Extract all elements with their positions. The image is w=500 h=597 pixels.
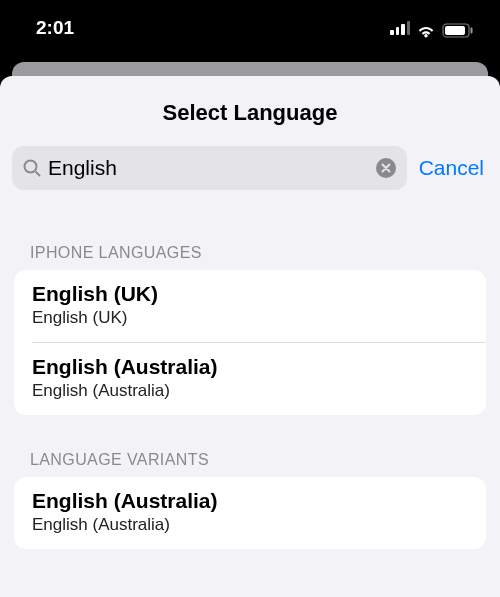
cellular-signal-icon — [390, 21, 410, 35]
clear-search-icon[interactable] — [375, 157, 397, 179]
svg-point-3 — [25, 161, 37, 173]
search-bar[interactable] — [12, 146, 407, 190]
list-item[interactable]: English (UK) English (UK) — [14, 270, 486, 342]
search-row: Cancel — [0, 146, 500, 190]
cancel-button[interactable]: Cancel — [415, 156, 488, 180]
search-icon — [22, 158, 42, 178]
language-secondary: English (Australia) — [32, 515, 468, 535]
page-title: Select Language — [0, 76, 500, 146]
language-primary: English (Australia) — [32, 489, 468, 513]
group-language-variants: English (Australia) English (Australia) — [14, 477, 486, 549]
status-bar: 2:01 — [0, 0, 500, 56]
status-time: 2:01 — [36, 17, 74, 39]
wifi-icon — [416, 21, 436, 35]
list-item[interactable]: English (Australia) English (Australia) — [14, 477, 486, 549]
language-primary: English (Australia) — [32, 355, 468, 379]
language-secondary: English (UK) — [32, 308, 468, 328]
section-header-language-variants: LANGUAGE VARIANTS — [0, 451, 500, 477]
language-primary: English (UK) — [32, 282, 468, 306]
section-header-iphone-languages: IPHONE LANGUAGES — [0, 244, 500, 270]
svg-rect-1 — [445, 26, 465, 35]
language-secondary: English (Australia) — [32, 381, 468, 401]
battery-icon — [442, 21, 474, 36]
status-right — [390, 21, 474, 36]
svg-rect-2 — [471, 27, 473, 33]
list-item[interactable]: English (Australia) English (Australia) — [32, 342, 486, 415]
search-input[interactable] — [48, 156, 369, 180]
group-iphone-languages: English (UK) English (UK) English (Austr… — [14, 270, 486, 415]
svg-line-4 — [36, 172, 41, 177]
modal-sheet: Select Language Cancel IPHONE LANGUAGES … — [0, 76, 500, 597]
